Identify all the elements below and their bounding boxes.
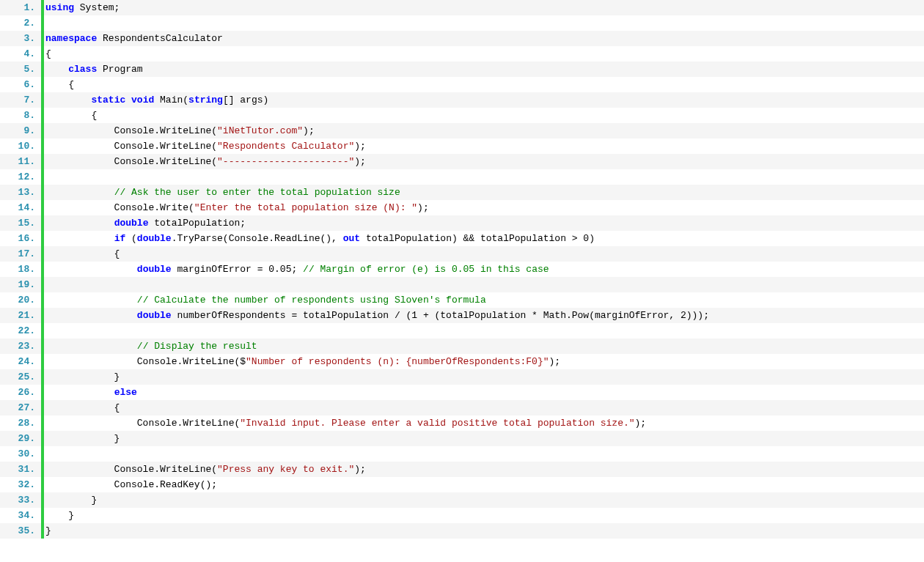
token-str: "iNetTutor.com" [217, 125, 303, 136]
token-id: Program [97, 64, 142, 75]
line-number: 6. [0, 80, 41, 89]
token-kw: class [68, 64, 97, 75]
code-content: { [44, 80, 924, 89]
code-content: static void Main(string[] args) [44, 95, 924, 105]
line-number: 26. [0, 388, 41, 397]
code-line-row: 28. Console.WriteLine("Invalid input. Pl… [0, 415, 924, 431]
token-id: } [45, 495, 97, 506]
token-kw: out [343, 233, 360, 244]
token-id: } [45, 371, 120, 382]
token-id: Console.WriteLine( [45, 125, 217, 136]
code-line-row: 1.using System; [0, 0, 924, 15]
token-id: numberOfRespondents = totalPopulation / … [172, 310, 709, 321]
token-kw: double [137, 233, 172, 244]
code-line-row: 18. double marginOfError = 0.05; // Marg… [0, 262, 924, 277]
code-line-row: 35.} [0, 523, 924, 539]
code-line-row: 16. if (double.TryParse(Console.ReadLine… [0, 231, 924, 246]
code-line-row: 15. double totalPopulation; [0, 215, 924, 231]
token-id: ); [354, 464, 366, 475]
code-content: Console.Write("Enter the total populatio… [44, 203, 924, 212]
token-str: "Press any key to exit." [217, 464, 354, 475]
code-content: double totalPopulation; [44, 218, 924, 228]
code-content: else [44, 388, 924, 397]
line-number: 25. [0, 372, 41, 382]
code-content: Console.WriteLine($"Number of respondent… [44, 357, 924, 366]
code-line-row: 9. Console.WriteLine("iNetTutor.com"); [0, 123, 924, 138]
line-number: 30. [0, 449, 41, 459]
line-number: 33. [0, 495, 41, 505]
line-number: 16. [0, 234, 41, 243]
token-id: totalPopulation; [148, 218, 246, 229]
token-id: { [45, 402, 120, 413]
line-number: 32. [0, 480, 41, 489]
code-line-row: 24. Console.WriteLine($"Number of respon… [0, 354, 924, 369]
token-id: ( [125, 233, 137, 244]
token-kw: using [45, 2, 74, 13]
token-kw: static [91, 95, 125, 106]
line-number: 22. [0, 326, 41, 336]
code-content: Console.WriteLine("Respondents Calculato… [44, 141, 924, 151]
line-number: 20. [0, 295, 41, 305]
code-content: double numberOfRespondents = totalPopula… [44, 311, 924, 320]
token-id [45, 341, 137, 352]
token-id: .TryParse(Console.ReadLine(), [172, 233, 343, 244]
code-content: Console.WriteLine("Invalid input. Please… [44, 418, 924, 428]
token-str: "Invalid input. Please enter a valid pos… [240, 418, 634, 429]
code-content: { [44, 403, 924, 413]
token-id [45, 64, 68, 75]
code-content: namespace RespondentsCalculator [44, 34, 924, 43]
line-number: 9. [0, 126, 41, 136]
code-content: } [44, 495, 924, 505]
line-number: 17. [0, 249, 41, 259]
code-line-row: 7. static void Main(string[] args) [0, 92, 924, 108]
token-id [45, 387, 114, 398]
token-kw: double [114, 218, 149, 229]
line-number: 10. [0, 141, 41, 151]
token-str: "----------------------" [217, 156, 354, 167]
code-line-row: 13. // Ask the user to enter the total p… [0, 185, 924, 200]
line-number: 35. [0, 526, 41, 536]
code-content: { [44, 249, 924, 259]
token-kw: else [114, 387, 137, 398]
token-id: ); [549, 356, 561, 367]
code-content: } [44, 526, 924, 536]
code-editor: 1.using System;2.3.namespace Respondents… [0, 0, 924, 539]
line-number: 7. [0, 95, 41, 105]
code-line-row: 30. [0, 446, 924, 462]
code-content: } [44, 511, 924, 520]
token-id: ); [417, 202, 429, 213]
line-number: 27. [0, 403, 41, 413]
token-id: Console.ReadKey(); [45, 479, 217, 490]
code-content: } [44, 434, 924, 443]
token-id [45, 295, 137, 306]
code-content: if (double.TryParse(Console.ReadLine(), … [44, 234, 924, 243]
token-id: { [45, 110, 97, 121]
code-line-row: 29. } [0, 431, 924, 446]
token-kw: double [137, 310, 172, 321]
code-line-row: 22. [0, 323, 924, 339]
line-number: 31. [0, 465, 41, 474]
code-line-row: 23. // Display the result [0, 339, 924, 354]
code-line-row: 10. Console.WriteLine("Respondents Calcu… [0, 138, 924, 154]
code-line-row: 21. double numberOfRespondents = totalPo… [0, 308, 924, 323]
code-content: { [44, 49, 924, 59]
token-id [45, 187, 114, 198]
token-cm: // Ask the user to enter the total popul… [114, 187, 400, 198]
token-kw: double [137, 264, 172, 275]
token-id: RespondentsCalculator [97, 33, 223, 44]
token-id: Console.WriteLine( [45, 141, 217, 152]
code-line-row: 8. { [0, 108, 924, 123]
code-line-row: 26. else [0, 385, 924, 400]
code-line-row: 4.{ [0, 46, 924, 62]
change-marker [41, 446, 44, 462]
token-id [125, 95, 131, 106]
line-number: 23. [0, 341, 41, 351]
change-marker [41, 323, 44, 339]
line-number: 5. [0, 64, 41, 74]
code-content: class Program [44, 64, 924, 74]
token-id [45, 310, 137, 321]
token-cm: // Calculate the number of respondents u… [137, 295, 486, 306]
code-line-row: 11. Console.WriteLine("-----------------… [0, 154, 924, 169]
token-kw: namespace [45, 33, 97, 44]
line-number: 28. [0, 418, 41, 428]
